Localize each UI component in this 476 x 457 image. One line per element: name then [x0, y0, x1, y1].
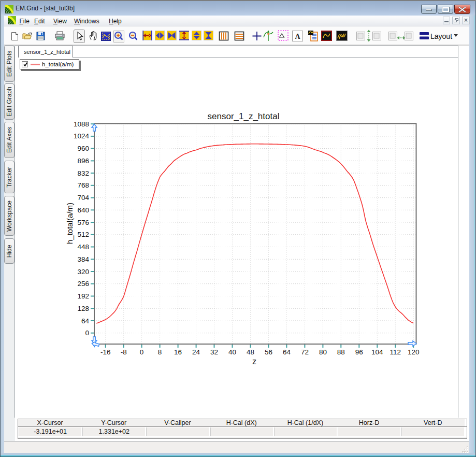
svg-text:56: 56 — [265, 348, 272, 356]
svg-text:256: 256 — [77, 280, 89, 288]
svg-text:576: 576 — [77, 219, 89, 226]
svg-text:768: 768 — [77, 181, 89, 189]
svg-text:64: 64 — [283, 348, 291, 356]
svg-text:960: 960 — [77, 145, 89, 152]
svg-text:-16: -16 — [100, 348, 111, 356]
svg-text:832: 832 — [77, 169, 89, 177]
svg-text:32: 32 — [210, 348, 218, 356]
svg-text:96: 96 — [355, 348, 363, 356]
svg-text:1088: 1088 — [74, 120, 89, 128]
svg-text:104: 104 — [371, 348, 383, 356]
svg-text:384: 384 — [77, 255, 89, 263]
svg-text:-8: -8 — [121, 348, 127, 356]
svg-text:896: 896 — [77, 157, 89, 165]
svg-text:0: 0 — [85, 329, 89, 337]
svg-text:64: 64 — [81, 317, 90, 325]
svg-text:704: 704 — [77, 194, 89, 202]
svg-text:48: 48 — [247, 348, 254, 356]
svg-text:40: 40 — [228, 348, 236, 356]
svg-text:88: 88 — [337, 348, 345, 356]
svg-text:h_total(a/m): h_total(a/m) — [65, 203, 74, 244]
svg-text:72: 72 — [301, 348, 309, 356]
svg-text:sensor_1_z_htotal: sensor_1_z_htotal — [208, 111, 280, 121]
svg-text:128: 128 — [77, 305, 89, 312]
svg-text:24: 24 — [192, 348, 200, 356]
svg-text:16: 16 — [174, 348, 182, 356]
svg-text:320: 320 — [77, 268, 89, 276]
svg-text:1024: 1024 — [74, 132, 90, 140]
svg-text:640: 640 — [77, 206, 89, 214]
svg-text:8: 8 — [158, 348, 162, 356]
svg-text:0: 0 — [140, 348, 144, 356]
svg-text:112: 112 — [390, 348, 401, 356]
svg-text:512: 512 — [77, 231, 89, 238]
svg-text:80: 80 — [319, 348, 327, 356]
svg-text:192: 192 — [77, 292, 89, 300]
svg-text:z: z — [252, 357, 256, 366]
svg-text:448: 448 — [77, 243, 89, 251]
svg-text:120: 120 — [408, 348, 420, 356]
